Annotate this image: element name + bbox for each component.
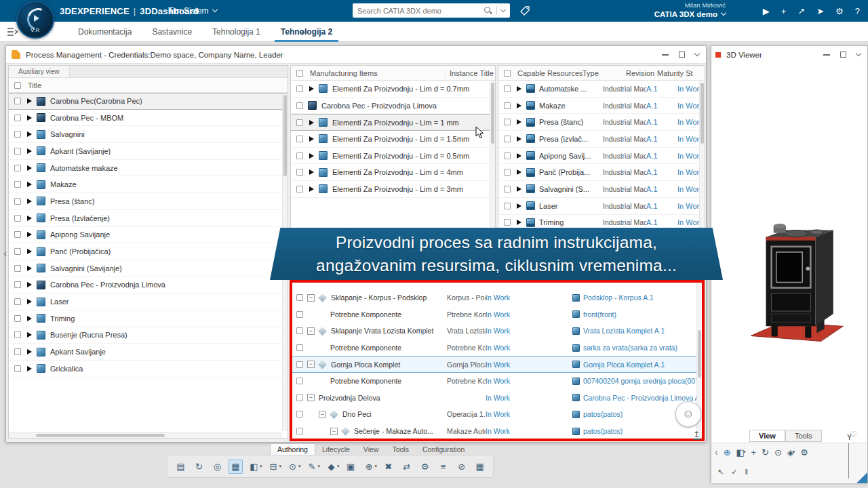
manufacturing-item-row[interactable]: + Elementi Za Proizvodnju - Lim d = 0.5m… (291, 148, 495, 165)
minimize-icon[interactable] (662, 54, 669, 56)
row-label[interactable]: Busenje (Rucna Presa) (50, 331, 288, 339)
row-label[interactable]: Carobna Pec - MBOM (50, 114, 288, 122)
row-checkbox[interactable] (296, 152, 303, 159)
row-checkbox[interactable] (296, 394, 303, 401)
collapse-minus-icon[interactable]: − (319, 411, 326, 418)
tree-row[interactable]: Triming (9, 310, 288, 327)
expand-marker-icon[interactable] (27, 249, 32, 254)
column-instance-title[interactable]: Instance Title (445, 69, 495, 77)
row-label[interactable]: Apipong Savijanje (50, 230, 288, 239)
row-checkbox[interactable] (14, 181, 21, 188)
viewer-title-bar[interactable]: 3D Viewer (711, 46, 867, 64)
dropdown-caret-icon[interactable]: ▾ (318, 464, 321, 469)
row-checkbox[interactable] (296, 428, 303, 434)
maturity-link[interactable]: In Work (486, 293, 524, 302)
manufacturing-item-row[interactable]: + Elementi Za Proizvodnju - Lim d = 3mm (291, 181, 495, 198)
swap-icon[interactable]: ⇄ (399, 460, 414, 474)
row-checkbox[interactable] (14, 315, 21, 322)
operation-name[interactable]: Potrebne Komponente (330, 344, 447, 352)
tree-row[interactable]: Laser (9, 293, 288, 310)
expand-marker-icon[interactable] (517, 153, 521, 159)
aux-horizontal-scrollbar[interactable] (9, 432, 282, 438)
search-icon[interactable] (484, 6, 492, 15)
row-checkbox[interactable] (504, 102, 511, 109)
row-checkbox[interactable] (296, 378, 303, 384)
row-checkbox[interactable] (296, 169, 303, 176)
column-capable-resources[interactable]: Capable Resources (517, 69, 583, 77)
row-label[interactable]: Presa (štanc) (50, 197, 288, 205)
linked-resource[interactable]: patos(patos) (524, 427, 696, 435)
action-bar-tab[interactable]: Tools (385, 444, 416, 455)
report-list-icon[interactable]: ≡ (436, 460, 450, 474)
tab-auxiliary-view[interactable]: Auxiliary view (9, 66, 70, 77)
action-tab-label[interactable]: Tools (392, 445, 409, 453)
viewer-tab[interactable]: Tools (785, 430, 822, 442)
process-row[interactable]: − ⚙ Potrebne Komponente Ptrebne Komp... … (292, 306, 696, 323)
expand-marker-icon[interactable] (27, 131, 32, 137)
row-label[interactable]: Elementi Za Proizvodnju - Lim = 1 mm (332, 119, 495, 127)
row-checkbox[interactable] (14, 281, 21, 288)
row-checkbox[interactable] (14, 331, 21, 338)
tree-row[interactable]: Apkant Savijanje (9, 344, 288, 361)
viewer-tab-label[interactable]: Tools (795, 432, 812, 440)
send-icon[interactable]: ➤ (816, 6, 824, 16)
action-tab-label[interactable]: View (363, 445, 379, 453)
expand-marker-icon[interactable] (517, 203, 521, 209)
row-label[interactable]: Automatske makaze (50, 164, 288, 172)
row-checkbox[interactable] (504, 136, 511, 142)
resource-link[interactable]: Podsklop - Korpus A.1 (583, 293, 654, 302)
resource-name[interactable]: Triming (539, 218, 603, 226)
pan-icon[interactable]: + (751, 447, 756, 458)
resource-name[interactable]: Presa (izvlač... (539, 135, 603, 143)
column-maturity[interactable]: Maturity St (657, 69, 705, 77)
edit-properties-icon[interactable]: ✎ (305, 460, 319, 474)
scrollbar-thumb[interactable] (36, 434, 165, 437)
row-label[interactable]: Elementi Za Proizvodnju - Lim d = 0.5mm (332, 152, 495, 160)
tree-row[interactable]: Carobna Pec - MBOM (9, 110, 288, 127)
dashboard-tab[interactable]: Tehnologija 1 (202, 22, 271, 42)
dropdown-caret-icon[interactable]: ▾ (743, 449, 746, 455)
expand-marker-icon[interactable] (27, 332, 32, 338)
render-settings-icon[interactable]: ⚙ (800, 447, 808, 458)
tree-row[interactable]: Presa (štanc) (9, 193, 288, 210)
dropdown-caret-icon[interactable]: ▾ (337, 464, 340, 469)
delete-icon[interactable]: ✖ (381, 460, 395, 474)
process-row[interactable]: − ⚙ Gornja Ploca Komplet Gornja Ploca ..… (292, 356, 696, 373)
row-checkbox[interactable] (504, 152, 511, 159)
row-checkbox[interactable] (504, 219, 511, 226)
sidebar-toggle-icon[interactable] (7, 27, 18, 39)
resource-name[interactable]: Presa (štanc) (539, 118, 603, 126)
export-icon[interactable]: ↥ (693, 431, 700, 440)
resource-row[interactable]: Panč (Probija... Industrial Mac... A.1 I… (498, 164, 705, 181)
dropdown-caret-icon[interactable]: ▾ (279, 464, 282, 469)
expand-marker-icon[interactable] (517, 86, 521, 92)
maturity-link[interactable]: In Work (486, 410, 524, 418)
dropdown-caret-icon[interactable]: ▾ (375, 464, 378, 469)
visibility-icon[interactable]: ◎ (210, 460, 224, 474)
resource-row[interactable]: Automatske ... Industrial Mac... A.1 In … (498, 81, 705, 98)
tree-row[interactable]: Salvagnini (Savijanje) (9, 260, 288, 277)
compass-play-icon[interactable]: ▶ (763, 6, 770, 16)
maturity-link[interactable]: In Work (486, 310, 524, 319)
row-checkbox[interactable] (14, 198, 21, 205)
resource-link[interactable]: 007400204 gornja srednja ploca(0074... (583, 377, 696, 385)
expand-marker-icon[interactable] (517, 169, 521, 175)
row-label[interactable]: Panč (Probijačica) (50, 247, 288, 256)
scrollbar-thumb[interactable] (283, 95, 287, 176)
row-checkbox[interactable] (14, 131, 21, 138)
tree-row[interactable]: Carobna Pec(Carobna Pec) (9, 93, 288, 110)
search-options-chevron-icon[interactable] (500, 6, 506, 12)
row-checkbox[interactable] (14, 298, 21, 305)
operation-diamond-icon[interactable]: ◆ (324, 460, 338, 474)
row-checkbox[interactable] (296, 119, 303, 126)
help-icon[interactable]: ? (855, 6, 860, 16)
operation-name[interactable]: Dno Peci (342, 410, 447, 418)
expand-marker-icon[interactable] (309, 86, 314, 92)
row-checkbox[interactable] (14, 98, 21, 104)
operation-name[interactable]: Gornja Ploca Komplet (331, 361, 447, 369)
expand-marker-icon[interactable] (27, 98, 32, 104)
resource-name[interactable]: Makaze (539, 102, 603, 110)
row-label[interactable]: Laser (50, 298, 288, 306)
expand-marker-icon[interactable] (27, 282, 32, 287)
tab-label[interactable]: Tehnologija 1 (212, 27, 260, 37)
